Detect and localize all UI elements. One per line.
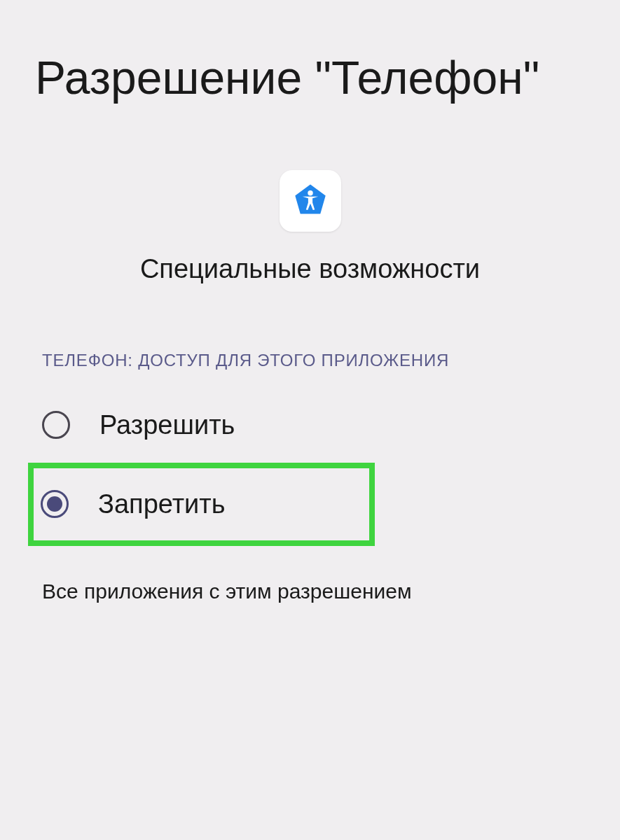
radio-label-deny: Запретить xyxy=(98,489,226,519)
app-icon xyxy=(280,170,341,232)
page-title: Разрешение "Телефон" xyxy=(35,49,585,107)
all-apps-link[interactable]: Все приложения с этим разрешением xyxy=(35,546,585,603)
radio-label-allow: Разрешить xyxy=(99,410,235,440)
app-name: Специальные возможности xyxy=(140,254,480,284)
accessibility-icon xyxy=(289,179,332,223)
radio-option-deny[interactable]: Запретить xyxy=(28,463,375,546)
svg-point-0 xyxy=(308,190,312,195)
radio-inner-dot-icon xyxy=(47,496,62,512)
radio-option-allow[interactable]: Разрешить xyxy=(35,395,585,456)
radio-button-selected-icon xyxy=(41,490,69,518)
radio-button-unselected-icon xyxy=(42,411,70,439)
app-info-section: Специальные возможности xyxy=(35,170,585,284)
section-header: ТЕЛЕФОН: ДОСТУП ДЛЯ ЭТОГО ПРИЛОЖЕНИЯ xyxy=(35,351,585,370)
